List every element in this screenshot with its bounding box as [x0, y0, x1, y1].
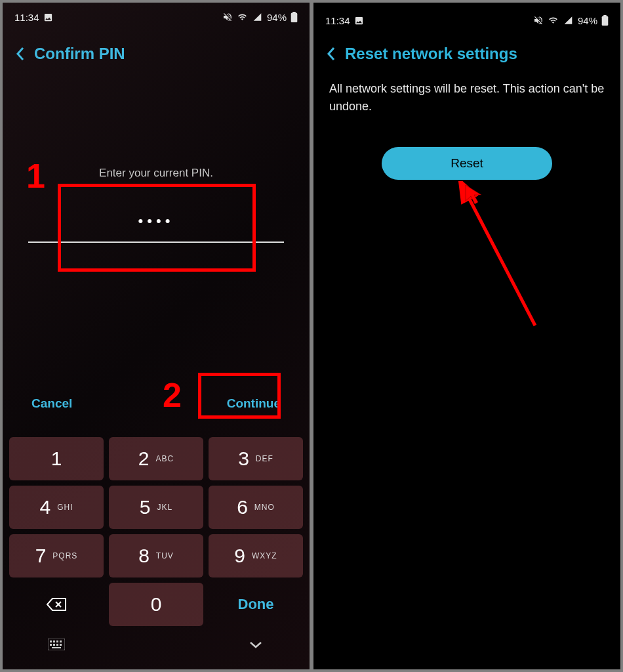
status-time: 11:34 [325, 15, 350, 26]
key-5[interactable]: 5JKL [109, 486, 203, 529]
svg-rect-8 [60, 640, 62, 642]
annotation-arrow [456, 181, 548, 339]
svg-rect-1 [292, 12, 296, 13]
svg-rect-6 [53, 640, 55, 642]
key-9[interactable]: 9WXYZ [209, 534, 303, 578]
svg-rect-7 [56, 640, 58, 642]
battery-icon [601, 15, 609, 26]
key-1[interactable]: 1 [9, 437, 104, 480]
phone-screen-reset-network: 11:34 94% Reset network settings All net… [313, 3, 620, 669]
chevron-down-icon [249, 640, 263, 649]
signal-icon [252, 12, 263, 22]
svg-rect-11 [56, 644, 58, 646]
key-8[interactable]: 8TUV [109, 534, 203, 578]
svg-marker-18 [466, 185, 481, 204]
collapse-keyboard-button[interactable] [209, 631, 303, 658]
wifi-icon [237, 12, 248, 22]
key-6[interactable]: 6MNO [209, 486, 303, 529]
key-2[interactable]: 2ABC [109, 437, 203, 480]
svg-line-17 [467, 194, 535, 326]
annotation-number-1: 1 [26, 156, 45, 196]
pin-dots: •••• [3, 213, 310, 230]
svg-rect-10 [53, 644, 55, 646]
spacer [109, 631, 203, 658]
svg-rect-15 [603, 15, 607, 16]
picture-icon [43, 12, 53, 22]
reset-button[interactable]: Reset [382, 147, 552, 180]
svg-rect-0 [291, 13, 298, 22]
cancel-button[interactable]: Cancel [31, 396, 72, 411]
back-icon[interactable] [16, 46, 25, 62]
page-title: Reset network settings [345, 45, 517, 63]
svg-rect-9 [50, 644, 52, 646]
page-title: Confirm PIN [34, 45, 125, 63]
status-bar: 11:34 94% [313, 3, 620, 26]
key-4[interactable]: 4GHI [9, 486, 104, 529]
battery-percent: 94% [578, 15, 597, 26]
wifi-icon [548, 16, 559, 25]
continue-button[interactable]: Continue [227, 396, 281, 411]
key-done[interactable]: Done [209, 583, 303, 626]
battery-percent: 94% [267, 12, 287, 23]
signal-icon [563, 16, 574, 25]
pin-entry-area: Enter your current PIN. •••• [3, 167, 310, 243]
key-0[interactable]: 0 [109, 583, 203, 626]
status-bar: 11:34 94% [3, 3, 310, 26]
svg-rect-13 [52, 647, 61, 648]
mute-icon [222, 12, 233, 22]
status-time: 11:34 [14, 12, 39, 23]
header: Confirm PIN [3, 26, 310, 75]
mute-icon [533, 15, 544, 26]
back-icon[interactable] [327, 46, 336, 62]
svg-rect-12 [60, 644, 62, 646]
pin-underline [28, 242, 284, 243]
backspace-icon [46, 597, 67, 612]
annotation-number-2: 2 [163, 375, 182, 415]
svg-rect-5 [50, 640, 52, 642]
key-3[interactable]: 3DEF [209, 437, 303, 480]
annotation-box-2 [198, 373, 281, 419]
header: Reset network settings [313, 26, 620, 75]
keyboard-switch-button[interactable] [9, 631, 104, 658]
picture-icon [354, 16, 364, 26]
svg-rect-14 [602, 16, 609, 26]
phone-screen-confirm-pin: 11:34 94% Confirm PIN Enter your current… [3, 3, 310, 669]
battery-icon [291, 12, 298, 22]
body-text: All network settings will be reset. This… [313, 75, 620, 116]
key-backspace[interactable] [9, 583, 104, 626]
action-row: Cancel Continue [3, 396, 310, 411]
numeric-keypad: 1 2ABC 3DEF 4GHI 5JKL 6MNO 7PQRS 8TUV 9W… [3, 437, 310, 669]
pin-prompt: Enter your current PIN. [3, 167, 310, 180]
key-7[interactable]: 7PQRS [9, 534, 104, 578]
keyboard-icon [48, 639, 65, 650]
